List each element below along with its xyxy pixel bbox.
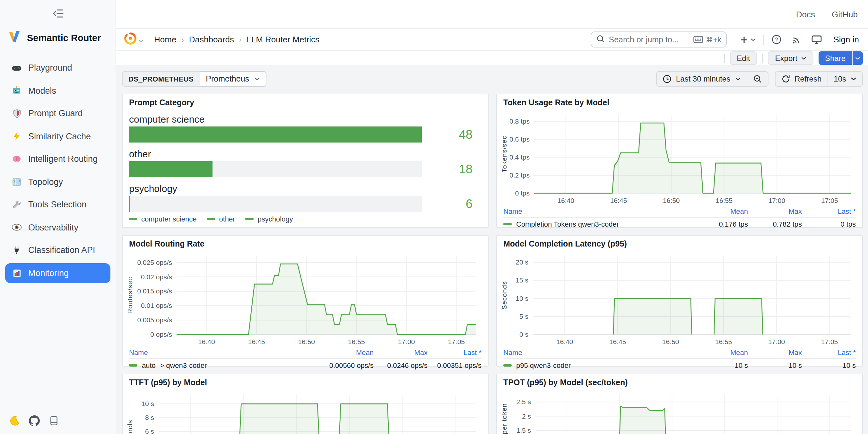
svg-text:10 s: 10 s	[516, 295, 528, 302]
panel-title[interactable]: Prompt Category	[129, 98, 194, 107]
sidebar-item-label: Topology	[28, 177, 63, 186]
display-button[interactable]	[807, 32, 827, 47]
search-box[interactable]: ⌘+k	[591, 31, 727, 48]
legend-row[interactable]: Completion Tokens qwen3-coder0.176 tps0.…	[503, 218, 856, 231]
add-new-button[interactable]	[735, 32, 761, 47]
panel-title[interactable]: Model Completion Latency (p95)	[503, 240, 627, 248]
sidebar-item-monitoring[interactable]: Monitoring	[5, 263, 111, 283]
legend-col-mean[interactable]: Mean	[694, 207, 748, 215]
news-rss-button[interactable]	[787, 32, 807, 47]
gauge-value: 18	[422, 162, 482, 176]
panel-title[interactable]: TPOT (p95) by Model (sec/token)	[503, 378, 628, 387]
collapse-sidebar-icon[interactable]	[50, 8, 65, 19]
legend-item[interactable]: psychology	[246, 215, 293, 223]
legend-col-mean[interactable]: Mean	[320, 349, 374, 356]
gamepad-icon	[11, 63, 22, 73]
chevron-down-icon[interactable]	[139, 34, 144, 45]
svg-text:16:40: 16:40	[198, 338, 215, 345]
help-button[interactable]: ?	[767, 32, 787, 47]
panel-title[interactable]: TTFT (p95) by Model	[129, 378, 207, 387]
legend-row[interactable]: p95 qwen3-coder10 s10 s10 s	[503, 359, 856, 372]
breadcrumb-home[interactable]: Home	[154, 35, 176, 44]
sidebar-item-topology[interactable]: Topology	[5, 172, 111, 192]
search-input[interactable]	[609, 35, 690, 44]
refresh-button[interactable]: Refresh	[775, 71, 828, 87]
breadcrumb-dashboards[interactable]: Dashboards	[189, 35, 234, 44]
legend-col-name[interactable]: Name	[503, 349, 694, 356]
legend-col-last[interactable]: Last *	[802, 349, 856, 356]
legend-col-max[interactable]: Max	[748, 207, 802, 215]
sidebar-item-playground[interactable]: Playground	[5, 58, 111, 78]
breadcrumb: Home › Dashboards › LLM Router Metrics	[154, 35, 319, 44]
sidebar-item-observability[interactable]: Observability	[5, 217, 111, 237]
gauge-track	[129, 196, 422, 212]
divider	[763, 54, 763, 63]
sidebar-item-intelligent-routing[interactable]: Intelligent Routing	[5, 149, 111, 169]
svg-text:Routes/sec: Routes/sec	[126, 277, 133, 314]
github-icon[interactable]	[28, 415, 40, 426]
gauge-fill	[129, 196, 130, 212]
legend-item[interactable]: computer science	[129, 215, 196, 223]
breadcrumb-separator: ›	[239, 36, 241, 43]
sidebar-item-prompt-guard[interactable]: Prompt Guard	[5, 103, 111, 123]
svg-text:16:45: 16:45	[248, 338, 265, 345]
gauge-value: 6	[422, 197, 482, 211]
datasource-picker[interactable]: Prometheus	[199, 71, 267, 87]
sidebar-item-similarity-cache[interactable]: Similarity Cache	[5, 126, 111, 146]
legend-col-last[interactable]: Last *	[428, 349, 482, 356]
clock-icon	[662, 74, 672, 84]
panel-completion-latency: Model Completion Latency (p95) 0 s5 s10 …	[496, 235, 863, 367]
svg-text:Seconds: Seconds	[126, 420, 133, 434]
legend-col-name[interactable]: Name	[129, 349, 320, 356]
legend-col-max[interactable]: Max	[748, 349, 802, 356]
sidebar-item-tools-selection[interactable]: Tools Selection	[5, 194, 111, 214]
panel-title[interactable]: Token Usage Rate by Model	[503, 98, 609, 107]
brand[interactable]: Semantic Router	[0, 19, 116, 46]
github-link[interactable]: GitHub	[832, 9, 858, 19]
sidebar-item-label: Observability	[28, 222, 78, 232]
legend-col-name[interactable]: Name	[503, 207, 694, 215]
export-button[interactable]: Export	[768, 51, 813, 65]
refresh-interval-picker[interactable]: 10s	[828, 71, 863, 87]
chevron-down-icon	[751, 37, 756, 41]
legend-col-mean[interactable]: Mean	[694, 349, 748, 356]
sidebar-item-label: Classification API	[28, 245, 95, 255]
series-color-icon	[503, 223, 512, 225]
legend-col-max[interactable]: Max	[374, 349, 428, 356]
sign-in-button[interactable]: Sign in	[834, 35, 859, 44]
sidebar-item-models[interactable]: Models	[5, 81, 111, 100]
edit-button[interactable]: Edit	[730, 51, 757, 65]
sidebar-nav: Playground Models Prompt Guard Similarit…	[0, 58, 116, 283]
svg-text:16:50: 16:50	[663, 197, 680, 204]
book-icon[interactable]	[48, 415, 60, 426]
svg-text:17:05: 17:05	[821, 197, 838, 204]
bar-gauge: computer science48other18psychology6	[129, 114, 482, 218]
panel-title[interactable]: Model Routing Rate	[129, 240, 205, 248]
gauge-value: 48	[422, 127, 482, 142]
search-icon	[597, 34, 605, 45]
legend-header: NameMeanMaxLast *	[503, 206, 856, 218]
legend-col-last[interactable]: Last *	[802, 207, 856, 215]
svg-text:16:50: 16:50	[298, 338, 315, 345]
completion-latency-chart: 0 s5 s10 s15 s20 s16:4016:4516:5016:5517…	[499, 251, 857, 347]
docs-link[interactable]: Docs	[796, 9, 815, 19]
grafana-logo-icon[interactable]	[124, 32, 137, 47]
svg-text:0.025 ops/s: 0.025 ops/s	[137, 259, 172, 266]
gauge-category-label: computer science	[129, 114, 482, 125]
svg-text:2.5 s: 2.5 s	[516, 398, 531, 405]
breadcrumb-current[interactable]: LLM Router Metrics	[247, 35, 319, 44]
moon-icon[interactable]	[8, 415, 20, 426]
time-series-plot: 2.5 s2 s1.5 s16:4016:4516:5016:5517:0017…	[499, 390, 857, 434]
series-color-icon	[129, 364, 137, 367]
share-button[interactable]: Share	[818, 51, 852, 65]
sidebar-item-classification-api[interactable]: Classification API	[5, 240, 111, 260]
legend-row[interactable]: auto -> qwen3-coder0.00560 ops/s0.0246 o…	[129, 359, 482, 372]
panel-ttft: TTFT (p95) by Model 10 s8 s6 s16:4016:45…	[122, 374, 489, 434]
time-range-picker[interactable]: Last 30 minutes	[656, 71, 747, 87]
share-menu-button[interactable]	[852, 51, 863, 65]
legend-item[interactable]: other	[207, 215, 235, 223]
zoom-out-button[interactable]	[747, 71, 768, 87]
series-color-icon	[207, 218, 215, 220]
svg-text:0.8 tps: 0.8 tps	[509, 118, 530, 125]
keyboard-shortcut-hint: ⌘+k	[694, 35, 721, 44]
